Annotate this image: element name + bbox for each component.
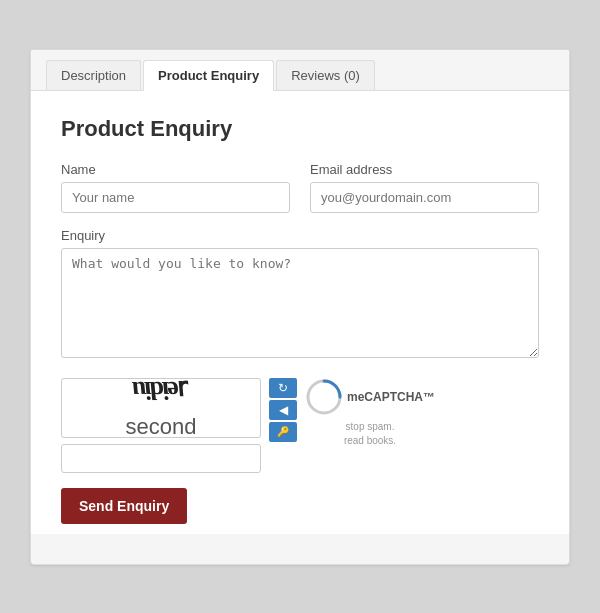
enquiry-group: Enquiry xyxy=(61,228,539,358)
captcha-text-1: ɹeidiu xyxy=(133,378,190,407)
name-group: Name xyxy=(61,162,290,213)
send-button-container: Send Enquiry xyxy=(61,488,539,524)
mecaptcha-label: meCAPTCHA™ xyxy=(347,390,435,404)
name-email-row: Name Email address xyxy=(61,162,539,213)
mecaptcha-logo-container: meCAPTCHA™ xyxy=(305,378,435,416)
tab-product-enquiry[interactable]: Product Enquiry xyxy=(143,60,274,91)
mecaptcha-tagline: stop spam. read books. xyxy=(344,420,396,448)
captcha-image-inner: ɹeidiu second xyxy=(126,378,197,438)
captcha-text-2: second xyxy=(126,414,197,438)
captcha-audio-button[interactable]: ◀ xyxy=(269,400,297,420)
send-enquiry-button[interactable]: Send Enquiry xyxy=(61,488,187,524)
captcha-controls: ↻ ◀ 🔑 xyxy=(269,378,297,442)
captcha-wrapper: ɹeidiu second ↻ ◀ 🔑 xyxy=(61,378,539,473)
email-label: Email address xyxy=(310,162,539,177)
name-input[interactable] xyxy=(61,182,290,213)
captcha-refresh-button[interactable]: ↻ xyxy=(269,378,297,398)
captcha-right: meCAPTCHA™ stop spam. read books. xyxy=(305,378,435,448)
form-content: Product Enquiry Name Email address Enqui… xyxy=(31,91,569,534)
tab-description[interactable]: Description xyxy=(46,60,141,90)
product-enquiry-card: Description Product Enquiry Reviews (0) … xyxy=(30,49,570,565)
captcha-key-button[interactable]: 🔑 xyxy=(269,422,297,442)
tab-reviews[interactable]: Reviews (0) xyxy=(276,60,375,90)
tabs-bar: Description Product Enquiry Reviews (0) xyxy=(31,50,569,91)
email-group: Email address xyxy=(310,162,539,213)
captcha-input[interactable] xyxy=(61,444,261,473)
enquiry-textarea[interactable] xyxy=(61,248,539,358)
captcha-image-box: ɹeidiu second xyxy=(61,378,261,438)
name-label: Name xyxy=(61,162,290,177)
email-input[interactable] xyxy=(310,182,539,213)
enquiry-label: Enquiry xyxy=(61,228,539,243)
page-title: Product Enquiry xyxy=(61,116,539,142)
mecaptcha-stop-spam: stop spam. xyxy=(346,421,395,432)
mecaptcha-read-books: read books. xyxy=(344,435,396,446)
mecaptcha-icon xyxy=(305,378,343,416)
